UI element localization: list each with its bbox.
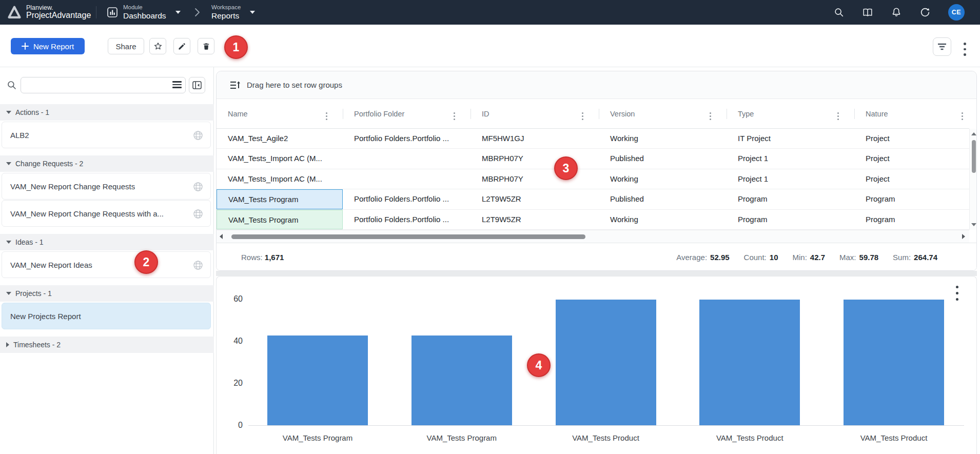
avatar-initials: CE: [952, 9, 961, 16]
column-header-nature[interactable]: Nature: [854, 99, 969, 128]
bar: [844, 300, 944, 425]
chart-menu[interactable]: [956, 284, 958, 302]
grid-cell: [343, 169, 471, 189]
column-menu-icon[interactable]: [837, 111, 839, 121]
sidebar-section-projects[interactable]: Projects - 1: [0, 285, 214, 302]
vertical-scrollbar-thumb[interactable]: [972, 140, 976, 173]
x-axis-label: VAM_Tests Program: [246, 433, 389, 442]
table-row[interactable]: VAM_Test_Agile2 Portfolio Folders.Portfo…: [217, 129, 969, 149]
share-button[interactable]: Share: [108, 38, 144, 54]
section-label: Projects - 1: [15, 289, 52, 298]
workspace-reports-dropdown[interactable]: Workspace Reports: [211, 0, 255, 25]
trash-icon: [202, 42, 210, 51]
new-report-button[interactable]: New Report: [11, 38, 85, 54]
globe-icon[interactable]: [193, 130, 203, 141]
workspace-label: Workspace: [211, 4, 241, 11]
table-row[interactable]: VAM_Tests_Import AC (M... MBRPH07Y Publi…: [217, 149, 969, 169]
scroll-right-arrow[interactable]: [962, 234, 965, 239]
module-label: Module: [123, 4, 166, 11]
table-row[interactable]: VAM_Tests_Import AC (M... MBRPH07Y Worki…: [217, 169, 969, 189]
refresh-icon[interactable]: [919, 7, 931, 18]
edit-button[interactable]: [173, 38, 190, 54]
chevron-down-icon: [175, 11, 181, 14]
stat-min: Min:42.7: [792, 253, 825, 262]
grid-cell: Project 1: [727, 149, 854, 168]
search-icon[interactable]: [833, 7, 845, 18]
stat-count: Count:10: [744, 253, 778, 262]
delete-button[interactable]: [198, 38, 214, 54]
planview-logo-icon: [7, 5, 22, 19]
documentation-book-icon[interactable]: [862, 7, 873, 18]
bar: [556, 300, 656, 425]
row-groups-icon: [230, 81, 240, 90]
table-row-selected[interactable]: VAM_Tests Program Portfolio Folders.Port…: [217, 210, 969, 230]
module-value: Dashboards: [123, 11, 166, 21]
scroll-down-arrow[interactable]: [971, 223, 976, 226]
grid-cell: VAM_Tests_Import AC (M...: [217, 149, 343, 168]
sidebar-section-actions[interactable]: Actions - 1: [0, 104, 214, 121]
favorite-button[interactable]: [149, 38, 166, 54]
vertical-scrollbar[interactable]: [969, 129, 977, 230]
report-data-grid: Drag here to set row groups Name Portfol…: [216, 71, 977, 271]
toolbar-more-menu[interactable]: [964, 41, 966, 57]
brand-line2: ProjectAdvantage: [26, 11, 91, 20]
sidebar-item-alb2[interactable]: ALB2: [2, 122, 211, 148]
y-axis-tick: 40: [217, 337, 243, 346]
column-separator: [854, 109, 855, 119]
pencil-icon: [178, 42, 186, 51]
column-menu-icon[interactable]: [582, 111, 583, 121]
sidebar-item-change-requests-1[interactable]: VAM_New Report Change Requests: [2, 173, 211, 200]
brand-text: Planview. ProjectAdvantage: [26, 5, 91, 20]
scroll-left-arrow[interactable]: [220, 234, 223, 239]
report-item-label: ALB2: [10, 131, 29, 140]
row-group-hint: Drag here to set row groups: [247, 81, 342, 89]
row-group-drop-zone[interactable]: Drag here to set row groups: [217, 71, 976, 99]
collapse-panel-icon: [192, 81, 202, 89]
globe-icon[interactable]: [193, 209, 203, 219]
grid-cell: Program: [854, 189, 969, 209]
globe-icon[interactable]: [193, 182, 203, 192]
table-row-selected[interactable]: VAM_Tests Program Portfolio Folders.Port…: [217, 189, 969, 209]
section-expanded-icon: [6, 241, 11, 244]
report-item-label: New Projects Report: [10, 312, 81, 321]
grid-cell: Working: [599, 169, 727, 189]
horizontal-scrollbar[interactable]: [217, 230, 969, 243]
column-menu-icon[interactable]: [710, 111, 711, 121]
filter-icon: [937, 43, 947, 50]
sidebar-item-new-projects-report[interactable]: New Projects Report: [2, 303, 211, 329]
scroll-up-arrow[interactable]: [971, 132, 976, 135]
sidebar-section-timesheets[interactable]: Timesheets - 2: [0, 337, 214, 353]
module-dashboards-dropdown[interactable]: Module Dashboards: [107, 0, 181, 25]
column-header-portfolio-folder[interactable]: Portfolio Folder: [343, 99, 471, 128]
sidebar-item-ideas[interactable]: VAM_New Report Ideas: [2, 251, 211, 278]
column-header-name[interactable]: Name: [217, 99, 343, 128]
horizontal-scrollbar-thumb[interactable]: [231, 234, 585, 239]
column-header-version[interactable]: Version: [599, 99, 727, 128]
sidebar-search-input[interactable]: [21, 77, 186, 93]
breadcrumb-chevron-icon: [193, 7, 201, 17]
column-menu-icon[interactable]: [962, 111, 963, 121]
bar-chart-panel: 6040200VAM_Tests ProgramVAM_Tests Progra…: [216, 276, 977, 454]
column-header-type[interactable]: Type: [727, 99, 854, 128]
sidebar-section-ideas[interactable]: Ideas - 1: [0, 234, 214, 250]
filter-button[interactable]: [933, 37, 951, 56]
grid-cell: Portfolio Folders.Portfolio ...: [343, 210, 471, 229]
column-menu-icon[interactable]: [326, 111, 327, 121]
grid-cell: Portfolio Folders.Portfolio ...: [343, 129, 471, 148]
module-dashboards-icon: [107, 7, 118, 18]
search-options-menu-icon[interactable]: [172, 81, 182, 89]
sidebar-section-change-requests[interactable]: Change Requests - 2: [0, 155, 214, 172]
user-avatar[interactable]: CE: [948, 4, 965, 21]
collapse-sidebar-button[interactable]: [189, 77, 205, 93]
notifications-bell-icon[interactable]: [891, 7, 902, 18]
column-menu-icon[interactable]: [454, 111, 455, 121]
x-axis-label: VAM_Tests Product: [534, 433, 678, 442]
y-axis-tick: 20: [217, 379, 243, 388]
column-header-id[interactable]: ID: [471, 99, 599, 128]
sidebar-item-change-requests-2[interactable]: VAM_New Report Change Requests with a...: [2, 200, 211, 227]
grid-cell: Working: [599, 210, 727, 229]
bar: [411, 335, 512, 425]
globe-icon[interactable]: [193, 260, 203, 270]
reports-sidebar: Actions - 1 ALB2 Change Requests - 2 VAM…: [0, 67, 214, 454]
app-window: Planview. ProjectAdvantage Module Dashbo…: [0, 0, 980, 454]
